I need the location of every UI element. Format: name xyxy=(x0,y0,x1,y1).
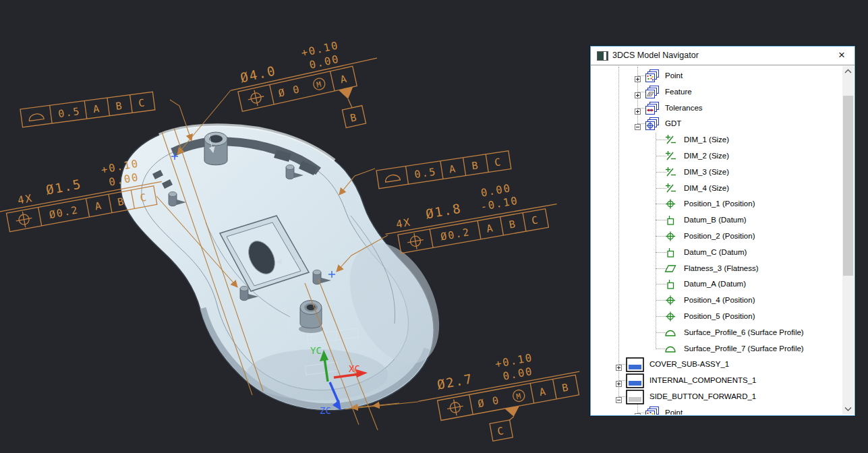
tree-item[interactable]: DIM_2 (Size) xyxy=(591,149,839,164)
dim-icon xyxy=(664,167,676,181)
tree-item[interactable]: Datum_B (Datum) xyxy=(591,213,839,228)
material-modifier-icon: M xyxy=(312,77,326,90)
datum-tag: B xyxy=(349,111,359,125)
collapse-icon[interactable] xyxy=(616,394,622,400)
svg-text:C: C xyxy=(138,96,146,109)
flatness-icon xyxy=(664,263,676,277)
annotation-holes-right[interactable]: 4X Ø1.8 0.00 -0.10 Ø0.2 A B C xyxy=(380,175,560,255)
tree-item[interactable]: Position_1 (Position) xyxy=(591,197,839,212)
tree-item-label: GDT xyxy=(665,119,681,127)
surface-profile-icon xyxy=(664,327,676,341)
tree-item[interactable]: Datum_C (Datum) xyxy=(591,245,839,260)
svg-text:Ø2.7: Ø2.7 xyxy=(436,371,474,392)
points-stack-icon xyxy=(645,69,660,86)
gdt-stack-icon xyxy=(645,117,660,133)
expand-icon[interactable] xyxy=(635,105,641,111)
tree-item-label: Point xyxy=(665,71,683,80)
position-tol: Ø 0 xyxy=(277,83,301,100)
expand-icon[interactable] xyxy=(616,378,622,384)
svg-text:0.5: 0.5 xyxy=(57,105,81,120)
svg-text:Ø1.8: Ø1.8 xyxy=(424,200,463,221)
tree-item[interactable]: Flatness_3 (Flatness) xyxy=(591,262,839,276)
mouse-shell-model[interactable] xyxy=(121,125,457,411)
window-icon xyxy=(597,51,608,61)
tree-item-label: Flatness_3 (Flatness) xyxy=(684,264,759,272)
position-symbol xyxy=(446,398,465,417)
svg-text:4X: 4X xyxy=(395,216,412,231)
x-axis-label: XC xyxy=(349,363,360,374)
position-icon xyxy=(664,295,676,309)
model-tree[interactable]: PointFeatureTolerancesGDTDIM_1 (Size)DIM… xyxy=(591,66,840,415)
svg-text:B: B xyxy=(115,100,124,113)
position-symbol xyxy=(15,210,34,229)
tree-item[interactable]: SIDE_BUTTON_FORWARD_1 xyxy=(591,390,839,404)
expand-icon[interactable] xyxy=(635,410,641,415)
datum-icon xyxy=(664,278,676,293)
tree-item[interactable]: DIM_1 (Size) xyxy=(591,133,839,148)
tree-item[interactable]: Tolerances xyxy=(591,101,839,116)
tree-item[interactable]: Datum_A (Datum) xyxy=(591,277,839,292)
tree-item[interactable]: Point xyxy=(591,69,839,84)
surface-profile-icon xyxy=(664,343,676,357)
collapse-icon[interactable] xyxy=(635,121,641,127)
position-icon xyxy=(664,311,676,325)
position-icon xyxy=(664,231,676,245)
svg-text:Ø0.2: Ø0.2 xyxy=(48,204,80,221)
tree-item[interactable]: Position_4 (Position) xyxy=(591,293,839,308)
position-icon xyxy=(664,198,676,212)
tube-boss-hole xyxy=(209,135,223,143)
annotation-surface-profile-left[interactable]: 0.5 A B C xyxy=(20,92,155,127)
svg-text:Ø1.5: Ø1.5 xyxy=(45,176,83,197)
svg-text:C: C xyxy=(531,214,540,227)
scrollbar[interactable] xyxy=(842,66,854,415)
dim-text: Ø4.0 xyxy=(239,63,277,85)
tree-item-label: SIDE_BUTTON_FORWARD_1 xyxy=(649,392,756,400)
tree-item-label: DIM_1 (Size) xyxy=(684,135,729,144)
tree-item-label: Position_2 (Position) xyxy=(684,232,755,240)
expand-icon[interactable] xyxy=(635,89,641,95)
datum-triangle xyxy=(504,406,521,418)
svg-text:A: A xyxy=(449,162,458,175)
scrollbar-thumb[interactable] xyxy=(843,96,853,276)
tree-item[interactable]: Point xyxy=(591,406,839,415)
tree-item[interactable]: Position_2 (Position) xyxy=(591,229,839,244)
tree-item[interactable]: Feature xyxy=(591,85,839,100)
svg-text:B: B xyxy=(471,159,480,172)
position-symbol xyxy=(246,88,266,108)
tree-item-label: Point xyxy=(665,409,683,415)
tree-item-label: DIM_2 (Size) xyxy=(684,152,729,160)
svg-text:A: A xyxy=(486,222,495,235)
y-axis-label: YC xyxy=(310,345,322,356)
tree-item[interactable]: INTERNAL_COMPONENTS_1 xyxy=(591,373,839,388)
tree-item[interactable]: COVER_SUB-ASSY_1 xyxy=(591,357,839,372)
tree-item-label: Position_5 (Position) xyxy=(684,312,755,320)
expand-icon[interactable] xyxy=(635,73,641,79)
tree-item-label: DIM_3 (Size) xyxy=(684,168,729,176)
svg-text:0.5: 0.5 xyxy=(413,165,437,181)
tree-item-label: Surface_Profile_7 (Surface Profile) xyxy=(684,344,804,353)
expand-icon[interactable] xyxy=(616,361,622,367)
annotation-surface-profile-right[interactable]: 0.5 A B C xyxy=(376,151,511,189)
cad-viewport[interactable]: Ø4.0 +0.10 0.00 Ø 0 M A B 0.5 A B C 4X Ø… xyxy=(0,0,868,453)
tree-item[interactable]: GDT xyxy=(591,117,839,131)
datum-tag: C xyxy=(496,425,506,438)
tree-item[interactable]: Position_5 (Position) xyxy=(591,309,839,324)
panel-titlebar[interactable]: 3DCS Model Navigator × xyxy=(591,47,855,65)
scroll-down-button[interactable] xyxy=(842,403,854,415)
tree-item[interactable]: DIM_4 (Size) xyxy=(591,181,839,196)
floor-shadow-bottom xyxy=(246,349,388,400)
tree-item-label: Position_4 (Position) xyxy=(684,296,755,304)
tree-item-label: Position_1 (Position) xyxy=(684,200,755,208)
annotation-hole-bottom[interactable]: Ø2.7 +0.10 0.00 Ø 0 M A B C xyxy=(413,344,589,453)
svg-text:M: M xyxy=(316,80,323,90)
svg-text:4X: 4X xyxy=(17,192,34,207)
tree-item[interactable]: Surface_Profile_6 (Surface Profile) xyxy=(591,326,839,340)
points-stack-icon xyxy=(645,406,660,415)
tree-item[interactable]: DIM_3 (Size) xyxy=(591,165,839,180)
position-symbol xyxy=(406,232,425,251)
close-icon[interactable]: × xyxy=(834,48,849,63)
scroll-up-button[interactable] xyxy=(842,66,854,78)
component-blue-icon xyxy=(626,373,644,391)
tree-item[interactable]: Surface_Profile_7 (Surface Profile) xyxy=(591,342,839,357)
svg-text:Ø 0: Ø 0 xyxy=(477,394,501,410)
